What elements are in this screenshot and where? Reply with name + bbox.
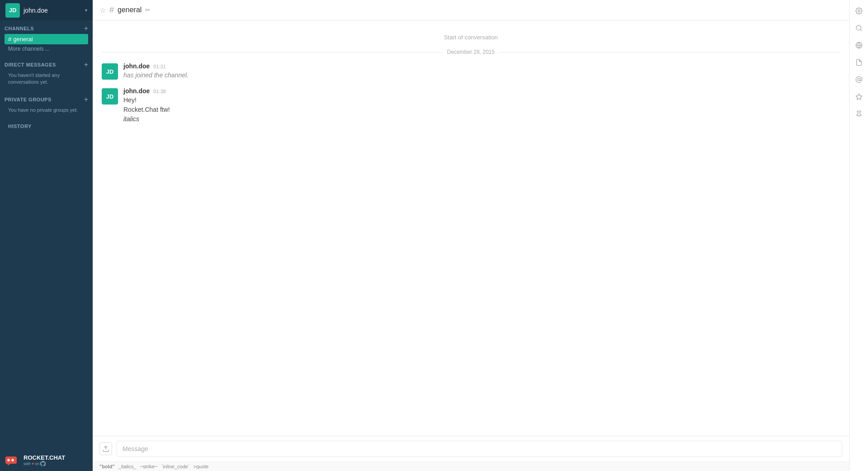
groups-title: PRIVATE GROUPS (5, 97, 52, 102)
avatar: JD (102, 88, 118, 105)
svg-marker-10 (856, 94, 862, 100)
message-content: john.doe 01:31 has joined the channel. (123, 62, 840, 80)
message-content: john.doe 01:38 Hey! Rocket.Chat ftw! ita… (123, 87, 840, 124)
message-input-area (93, 436, 849, 461)
gear-icon-btn[interactable] (852, 4, 866, 18)
at-icon (855, 76, 863, 83)
message-time: 01:31 (153, 64, 166, 69)
avatar: JD (5, 3, 20, 18)
add-channel-button[interactable]: + (84, 25, 88, 32)
sidebar-footer: ROCKET.CHAT with ♥ on (0, 449, 93, 471)
date-divider-line-right (499, 52, 840, 52)
star-icon-btn[interactable] (852, 90, 866, 104)
date-divider-text: December 28, 2015 (447, 49, 495, 55)
start-of-conversation: Start of conversation (93, 20, 849, 45)
private-groups-section: PRIVATE GROUPS + You have no private gro… (0, 91, 93, 119)
pin-icon (855, 110, 863, 118)
groups-section-header: PRIVATE GROUPS + (5, 96, 88, 103)
format-hints-bar: "bold" _italics_ ~strike~ `inline_code` … (93, 461, 849, 471)
message-time: 01:38 (153, 89, 166, 94)
svg-point-9 (858, 78, 860, 81)
topbar: ☆ # general ✏ (93, 0, 849, 20)
channel-name: general (13, 36, 33, 43)
message-header: john.doe 01:31 (123, 62, 840, 70)
github-icon (40, 461, 46, 466)
channels-section-header: CHANNELS + (5, 25, 88, 32)
sidebar-username: john.doe (24, 7, 85, 14)
main-content: ☆ # general ✏ Start of conversation Dece… (93, 0, 849, 471)
right-sidebar (849, 0, 868, 471)
format-hint-italics: _italics_ (118, 464, 137, 469)
svg-rect-0 (5, 457, 17, 464)
search-icon-btn[interactable] (852, 21, 866, 35)
message-text: has joined the channel. (123, 71, 840, 80)
message-input[interactable] (117, 441, 842, 457)
svg-point-4 (858, 10, 860, 12)
format-hint-strike: ~strike~ (140, 464, 157, 469)
gear-icon (855, 7, 863, 14)
rocket-chat-name: ROCKET.CHAT (24, 454, 65, 461)
file-icon-btn[interactable] (852, 55, 866, 70)
svg-point-1 (7, 459, 9, 461)
more-channels-link[interactable]: More channels ... (5, 45, 88, 55)
avatar: JD (102, 63, 118, 80)
rocket-chat-sub: with ♥ on (24, 461, 65, 466)
attachment-button[interactable] (99, 442, 112, 455)
sidebar-item-general[interactable]: # general (5, 34, 88, 44)
channel-hash-icon: # (109, 5, 114, 15)
format-hint-inline-code: `inline_code` (161, 464, 190, 469)
add-dm-button[interactable]: + (84, 61, 88, 68)
message-row: JD john.doe 01:38 Hey! Rocket.Chat ftw! … (93, 84, 849, 128)
add-group-button[interactable]: + (84, 96, 88, 103)
svg-line-6 (860, 29, 862, 31)
svg-point-2 (11, 459, 14, 461)
file-icon (855, 59, 863, 66)
date-divider: December 28, 2015 (93, 45, 849, 59)
format-hint-bold: "bold" (99, 464, 115, 469)
globe-icon-btn[interactable] (852, 38, 866, 52)
rocket-chat-logo: ROCKET.CHAT with ♥ on (5, 454, 65, 466)
svg-point-5 (856, 25, 861, 30)
message-line-3: italics (123, 114, 840, 124)
sidebar-user-header[interactable]: JD john.doe ▾ (0, 0, 93, 20)
star-icon (855, 93, 863, 100)
globe-icon (855, 42, 863, 49)
heart-icon: ♥ (32, 461, 34, 466)
sidebar-item-history[interactable]: HISTORY (0, 119, 93, 131)
message-row: JD john.doe 01:31 has joined the channel… (93, 59, 849, 84)
message-line-2: Rocket.Chat ftw! (123, 105, 840, 114)
rocket-chat-icon (5, 454, 21, 466)
dm-empty-text: You haven't started any conversations ye… (5, 70, 88, 90)
format-hint-quote: >quote (193, 464, 209, 469)
sidebar: JD john.doe ▾ CHANNELS + # general More … (0, 0, 93, 471)
direct-messages-section: DIRECT MESSAGES + You haven't started an… (0, 57, 93, 91)
pin-icon-btn[interactable] (852, 107, 866, 121)
chat-area: Start of conversation December 28, 2015 … (93, 20, 849, 436)
channel-name-top: general (118, 6, 142, 14)
message-username: john.doe (123, 87, 150, 95)
edit-channel-icon[interactable]: ✏ (145, 6, 151, 14)
upload-icon (102, 445, 109, 452)
dm-section-header: DIRECT MESSAGES + (5, 61, 88, 68)
chevron-down-icon: ▾ (85, 8, 87, 13)
message-line-1: Hey! (123, 95, 840, 105)
channels-section: CHANNELS + # general More channels ... (0, 20, 93, 57)
channels-title: CHANNELS (5, 26, 34, 31)
message-header: john.doe 01:38 (123, 87, 840, 95)
dm-title: DIRECT MESSAGES (5, 62, 56, 67)
at-icon-btn[interactable] (852, 72, 866, 87)
hash-icon: # (8, 36, 11, 43)
message-username: john.doe (123, 62, 150, 70)
groups-empty-text: You have no private groups yet. (5, 105, 88, 117)
date-divider-line-left (102, 52, 443, 52)
favorite-icon[interactable]: ☆ (99, 6, 106, 14)
search-icon (855, 24, 863, 32)
